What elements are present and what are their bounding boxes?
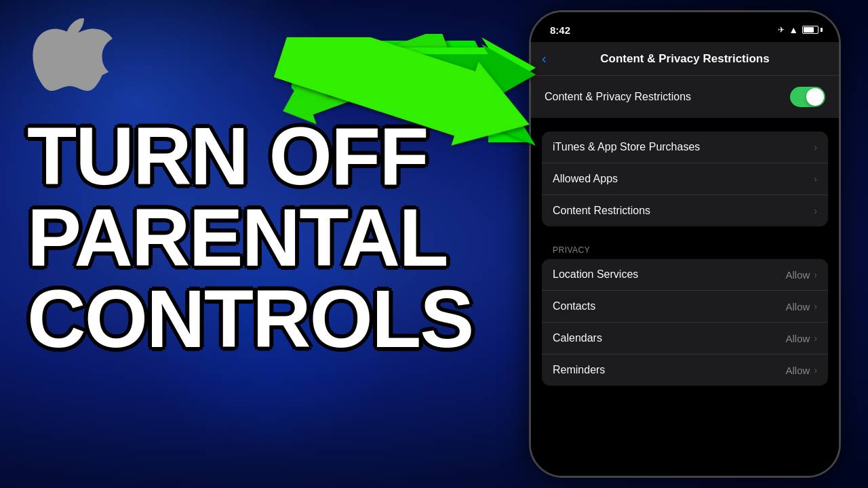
reminders-item[interactable]: Reminders Allow › [542,354,828,386]
content-privacy-toggle-row[interactable]: Content & Privacy Restrictions [531,76,839,118]
nav-title: Content & Privacy Restrictions [600,52,769,66]
screen-content: Content & Privacy Restrictions iTunes & … [531,76,839,476]
allowed-apps-label: Allowed Apps [553,173,618,185]
content-restrictions-item[interactable]: Content Restrictions › [542,195,828,226]
main-heading: TURN OFF PARENTAL CONTROLS [27,115,473,359]
contacts-label: Contacts [553,300,595,312]
calendars-item[interactable]: Calendars Allow › [542,323,828,354]
toggle-label: Content & Privacy Restrictions [545,91,691,103]
chevron-right-icon-7: › [814,365,817,375]
reminders-label: Reminders [553,364,605,376]
chevron-right-icon-3: › [814,205,817,216]
allowed-apps-chevron: › [814,174,817,184]
chevron-right-icon-4: › [814,269,817,280]
privacy-group: Location Services Allow › Contacts Allow… [542,259,828,386]
phone-wrapper: 8:42 ✈ ▲ [529,10,861,485]
battery-icon [802,26,823,34]
contacts-allow-text: Allow [785,301,810,312]
itunes-purchases-label: iTunes & App Store Purchases [553,141,700,153]
back-button[interactable]: ‹ [542,51,548,66]
allowed-apps-item[interactable]: Allowed Apps › [542,163,828,195]
status-bar: 8:42 ✈ ▲ [531,12,839,42]
airplane-icon: ✈ [778,25,785,35]
reminders-allow-text: Allow [785,365,810,376]
location-allow-text: Allow [785,269,810,281]
chevron-right-icon-2: › [814,174,817,184]
calendars-value: Allow › [785,333,817,344]
notch [631,12,739,31]
reminders-value: Allow › [785,365,817,376]
content-restrictions-label: Content Restrictions [553,205,650,217]
toggle-knob [806,88,824,106]
nav-bar: ‹ Content & Privacy Restrictions [531,42,839,76]
itunes-purchases-item[interactable]: iTunes & App Store Purchases › [542,131,828,163]
calendars-label: Calendars [553,332,602,344]
chevron-right-icon-5: › [814,301,817,312]
location-services-label: Location Services [553,268,638,281]
apple-logo-icon [27,14,115,108]
content-privacy-toggle[interactable] [790,87,825,107]
chevron-right-icon: › [814,142,817,152]
status-time: 8:42 [550,24,570,36]
privacy-section-header: PRIVACY [531,240,839,259]
contacts-value: Allow › [785,301,817,312]
settings-group-1: iTunes & App Store Purchases › Allowed A… [542,131,828,226]
left-side: TURN OFF PARENTAL CONTROLS [0,0,515,488]
chevron-right-icon-6: › [814,333,817,344]
phone: 8:42 ✈ ▲ [529,10,841,478]
status-icons: ✈ ▲ [778,24,823,35]
contacts-item[interactable]: Contacts Allow › [542,291,828,323]
content-restrictions-chevron: › [814,205,817,216]
calendars-allow-text: Allow [785,333,810,344]
location-services-item[interactable]: Location Services Allow › [542,259,828,291]
phone-screen: 8:42 ✈ ▲ [531,12,839,476]
location-services-value: Allow › [785,269,817,281]
back-chevron-icon: ‹ [542,51,547,66]
itunes-purchases-chevron: › [814,142,817,152]
wifi-icon: ▲ [789,24,798,35]
